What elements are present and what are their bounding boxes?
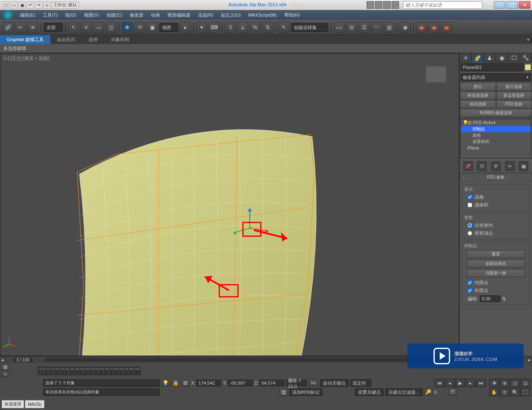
chk-source-volume[interactable]: 源体积 bbox=[464, 201, 527, 209]
maximize-button[interactable]: ▢ bbox=[506, 1, 518, 9]
goto-end-icon[interactable]: ⏭ bbox=[476, 379, 486, 387]
percent-snap-icon[interactable]: % bbox=[250, 22, 261, 33]
material-editor-icon[interactable]: ◉ bbox=[400, 22, 411, 33]
script-listener-icon[interactable]: ▤ bbox=[279, 388, 288, 396]
menu-create[interactable]: 创建(C) bbox=[106, 12, 122, 18]
abs-rel-icon[interactable]: ⊞ bbox=[181, 379, 190, 387]
time-config-icon[interactable]: ⏱ bbox=[448, 388, 457, 396]
help-search-input[interactable] bbox=[403, 1, 482, 9]
slider-right-icon[interactable]: ▸ bbox=[527, 357, 532, 363]
menu-maxscript[interactable]: MAXScript(M) bbox=[248, 12, 276, 17]
signin-icon[interactable] bbox=[375, 1, 382, 9]
tab-modify-icon[interactable]: 🌈 bbox=[472, 53, 484, 62]
tab-motion-icon[interactable]: ◉ bbox=[496, 53, 508, 62]
btn-splinesel[interactable]: 样条线选择 bbox=[460, 91, 496, 100]
workspace-dropdown[interactable]: 工作台: 默认 bbox=[52, 1, 79, 9]
trackbar-key-icon[interactable]: ⊞ bbox=[1, 364, 10, 371]
scene-plane-mesh[interactable] bbox=[75, 120, 341, 356]
pivot-icon[interactable]: ▸ bbox=[180, 22, 191, 33]
viewcube[interactable] bbox=[426, 66, 446, 83]
menu-tools[interactable]: 工具(T) bbox=[43, 12, 58, 18]
viewport-nav-2-icon[interactable]: ⊕ bbox=[500, 379, 510, 387]
btn-nurbssel[interactable]: NURBS 曲面选择 bbox=[460, 109, 532, 117]
menu-animation[interactable]: 动画 bbox=[151, 12, 160, 18]
help-icon[interactable] bbox=[392, 1, 399, 9]
configure-icon[interactable]: ▦ bbox=[519, 162, 528, 171]
exchange-icon[interactable] bbox=[383, 1, 391, 9]
btn-extrude[interactable]: 挤出 bbox=[460, 83, 496, 91]
rollout-header[interactable]: FFD 参数 bbox=[460, 174, 532, 181]
move-icon[interactable]: ✥ bbox=[122, 22, 133, 33]
maxscript-tab[interactable]: MAXSc bbox=[25, 400, 44, 408]
close-button[interactable]: ✕ bbox=[519, 1, 530, 9]
pin-stack-icon[interactable]: 📌 bbox=[463, 162, 473, 171]
align-icon[interactable]: ⊟ bbox=[346, 22, 357, 33]
keyboard-shortcut-icon[interactable]: ⌨ bbox=[209, 22, 219, 33]
setkey-button[interactable]: 设置关键点 bbox=[355, 388, 384, 396]
prev-frame-icon[interactable]: ◂ bbox=[445, 379, 455, 387]
autokey-button[interactable]: 自动关键点 bbox=[320, 379, 349, 387]
viewport-label[interactable]: [+] [正交] [真实 + 边面] bbox=[4, 55, 49, 61]
rad-all-vertices[interactable]: 所有顶点 bbox=[464, 229, 527, 237]
key-filters-button[interactable]: 关键点过滤器... bbox=[385, 388, 422, 396]
viewport-nav-3-icon[interactable]: ◫ bbox=[510, 379, 520, 387]
select-name-icon[interactable]: ≡ bbox=[81, 22, 91, 33]
ref-coord-dropdown[interactable]: 视图 bbox=[159, 23, 178, 32]
btn-animate-all[interactable]: 全部动画化 bbox=[467, 260, 525, 268]
add-time-tag[interactable]: 添加时间标记 bbox=[289, 388, 323, 396]
welcome-tab[interactable]: 欢迎使用 bbox=[2, 400, 24, 408]
time-slider[interactable]: 0 / 100 bbox=[13, 358, 33, 362]
curve-editor-icon[interactable]: 〰 bbox=[371, 22, 382, 33]
btn-patchsel[interactable]: 面片选择 bbox=[496, 83, 532, 91]
comm-center-icon[interactable]: 🗝 bbox=[308, 379, 318, 387]
btn-volsel[interactable]: 体积选择 bbox=[460, 100, 496, 108]
offset-spinner[interactable]: 0.05 bbox=[480, 295, 500, 302]
btn-polysel[interactable]: 多边形选择 bbox=[496, 91, 532, 100]
chk-outside-points[interactable]: 外部点 bbox=[464, 287, 527, 295]
stack-sub-lattice[interactable]: 晶格 bbox=[461, 132, 531, 138]
minimize-button[interactable]: — bbox=[494, 1, 505, 9]
ribbon-minimize-icon[interactable]: ▾ bbox=[525, 35, 532, 44]
selection-filter-dropdown[interactable]: 全部 bbox=[44, 23, 63, 32]
menu-customize[interactable]: 自定义(U) bbox=[221, 12, 241, 18]
window-crossing-icon[interactable]: ◫ bbox=[106, 22, 116, 33]
stack-sub-setvolume[interactable]: 设置体积 bbox=[461, 138, 531, 145]
trackbar-filter-icon[interactable]: ▿ bbox=[1, 371, 10, 378]
track-bar[interactable]: 05 1015 2025 3035 4045 5055 6065 7075 80… bbox=[37, 367, 140, 375]
slider-left-icon[interactable]: ◂ bbox=[0, 357, 5, 363]
key-mode-dropdown[interactable]: 选定对 bbox=[350, 379, 371, 387]
object-name-field[interactable]: Plane001 bbox=[461, 63, 524, 71]
named-selection-dropdown[interactable]: 创建选择集 bbox=[291, 23, 328, 32]
spinner-snap-icon[interactable]: ⇅ bbox=[262, 22, 273, 33]
max-viewport-icon[interactable]: ⛶ bbox=[520, 388, 530, 396]
remove-mod-icon[interactable]: ✂ bbox=[505, 162, 515, 171]
edit-named-sel-icon[interactable]: ✎ bbox=[278, 22, 289, 33]
key-mode-icon[interactable]: 🔑 bbox=[424, 388, 433, 396]
menu-rendering[interactable]: 渲染(R) bbox=[198, 12, 213, 18]
z-coord-field[interactable]: 54.574 bbox=[259, 380, 284, 386]
mirror-icon[interactable]: ▹◃ bbox=[334, 22, 345, 33]
tab-freeform[interactable]: 自由形式 bbox=[50, 35, 82, 44]
chk-lattice[interactable]: 晶格 bbox=[464, 193, 527, 201]
btn-ffdsel[interactable]: FFD 选择 bbox=[496, 100, 532, 108]
rad-only-in-volume[interactable]: 仅在体内 bbox=[464, 221, 527, 229]
tab-selection[interactable]: 选择 bbox=[82, 35, 104, 44]
show-result-icon[interactable]: ℿ bbox=[477, 162, 486, 171]
bind-icon[interactable]: ≋ bbox=[27, 22, 38, 33]
pan-icon[interactable]: ✋ bbox=[489, 388, 499, 396]
btn-conform[interactable]: 与图形一致 bbox=[467, 269, 525, 277]
stack-sub-controlpoints[interactable]: 控制点 bbox=[461, 126, 531, 132]
chk-inside-points[interactable]: 内部点 bbox=[464, 279, 527, 287]
menu-edit[interactable]: 编辑(E) bbox=[20, 12, 35, 18]
manipulate-icon[interactable]: ✦ bbox=[196, 22, 207, 33]
snap-3d-icon[interactable]: 3 bbox=[225, 22, 236, 33]
tab-objectpaint[interactable]: 对象绘制 bbox=[104, 35, 136, 44]
qat-new-icon[interactable]: ▢ bbox=[2, 1, 9, 9]
angle-snap-icon[interactable]: ∠ bbox=[237, 22, 248, 33]
infocenter-icon[interactable] bbox=[367, 1, 374, 9]
subpanel-polymodeling[interactable]: 多边形建模 bbox=[3, 45, 26, 52]
btn-reset[interactable]: 重置 bbox=[467, 250, 525, 258]
select-rect-icon[interactable]: ▭ bbox=[93, 22, 104, 33]
y-coord-field[interactable]: -68.997 bbox=[228, 380, 253, 386]
render-setup-icon[interactable]: 🫖 bbox=[416, 22, 427, 33]
